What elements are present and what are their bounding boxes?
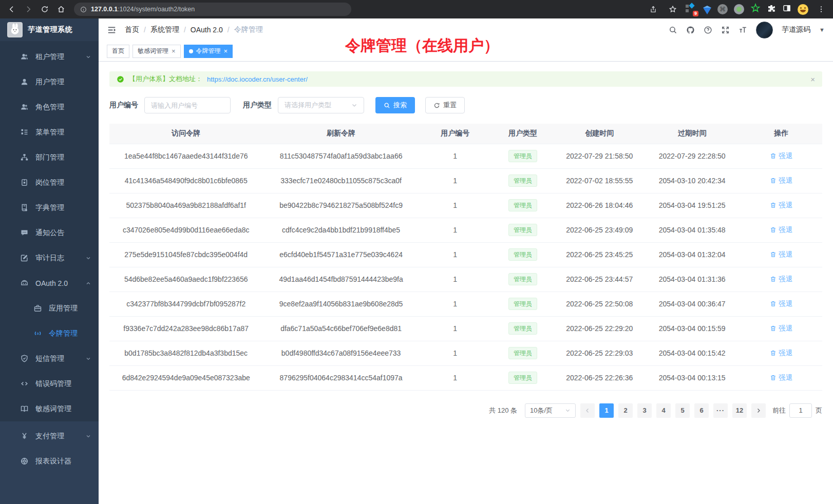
page-button-4[interactable]: 4 [656, 403, 671, 418]
table-row: 54d6be82ee5a460a9aedc1f9bf223656 49d1aa4… [109, 267, 822, 292]
search-icon[interactable] [669, 26, 677, 34]
sidebar-item-notice[interactable]: 通知公告 [0, 220, 99, 245]
page-button-1[interactable]: 1 [599, 403, 614, 418]
force-logout-button[interactable]: 强退 [770, 275, 792, 284]
share-icon[interactable] [647, 3, 660, 16]
force-logout-button[interactable]: 强退 [770, 151, 792, 161]
fullscreen-icon[interactable] [721, 26, 730, 34]
force-logout-button[interactable]: 强退 [770, 299, 792, 308]
reset-button[interactable]: 重置 [425, 97, 465, 113]
font-size-icon[interactable] [739, 26, 747, 34]
breadcrumb-home[interactable]: 首页 [125, 25, 139, 34]
user-avatar[interactable] [756, 22, 773, 38]
tab-home[interactable]: 首页 [107, 45, 129, 58]
sidebar-item-dict[interactable]: 字典管理 [0, 195, 99, 220]
close-icon[interactable]: × [224, 48, 228, 54]
sidebar-item-post[interactable]: 岗位管理 [0, 170, 99, 195]
sidebar-item-user[interactable]: 用户管理 [0, 69, 99, 94]
site-info-icon[interactable] [80, 6, 87, 13]
sidebar-item-token-manage[interactable]: a 令牌管理 [0, 321, 99, 346]
svg-text:a: a [36, 332, 39, 335]
access-token-cell: c347026e805e4d99b0d116eae66eda8c [109, 218, 262, 242]
breadcrumb-system[interactable]: 系统管理 [150, 25, 179, 34]
success-check-icon [117, 75, 124, 83]
sidebar-item-tenant[interactable]: 租户管理 [0, 44, 99, 69]
sidebar-item-report-designer[interactable]: 报表设计器 [0, 449, 99, 474]
page-button-6[interactable]: 6 [694, 403, 709, 418]
force-logout-button[interactable]: 强退 [770, 201, 792, 210]
doc-link[interactable]: https://doc.iocoder.cn/user-center/ [207, 75, 308, 83]
access-token-cell: b0d1785bc3a8482f812db4a3f3bd15ec [109, 341, 262, 365]
sidebar-item-sms[interactable]: 短信管理 [0, 346, 99, 371]
force-logout-button[interactable]: 强退 [770, 225, 792, 235]
force-logout-button[interactable]: 强退 [770, 348, 792, 358]
user-type-cell: 管理员 [491, 242, 555, 267]
browser-forward-icon[interactable] [22, 3, 35, 16]
more-pages-button[interactable]: ··· [713, 403, 728, 418]
sidebar-item-errcode[interactable]: 错误码管理 [0, 371, 99, 396]
sidebar-item-pay[interactable]: 支付管理 [0, 423, 99, 449]
force-logout-button[interactable]: 强退 [770, 324, 792, 333]
goto-page-input[interactable] [789, 403, 812, 418]
prev-page-button[interactable] [580, 403, 595, 418]
caret-down-icon[interactable]: ▼ [819, 27, 825, 33]
command-extension-icon[interactable]: ⌘ [717, 4, 728, 14]
sidepanel-icon[interactable] [782, 4, 791, 15]
token-broadcast-icon: a [33, 329, 42, 338]
search-button[interactable]: 搜索 [375, 97, 415, 113]
refresh-token-cell: 9ce8ef2aa9f14056b831ae9b608e28d5 [262, 292, 419, 316]
col-user-type: 用户类型 [491, 124, 555, 144]
username-label[interactable]: 芋道源码 [782, 25, 810, 34]
record-extension-icon[interactable] [734, 4, 744, 14]
page-button-2[interactable]: 2 [618, 403, 633, 418]
user-type-select[interactable]: 请选择用户类型 [278, 97, 364, 113]
sidebar-item-dept[interactable]: 部门管理 [0, 145, 99, 170]
address-bar[interactable]: 127.0.0.1:1024/system/oauth2/token [74, 3, 351, 16]
sidebar-item-sensitive-word[interactable]: 敏感词管理 [0, 396, 99, 421]
github-icon[interactable] [686, 26, 695, 34]
force-logout-button[interactable]: 强退 [770, 250, 792, 259]
tab-sensitive-word[interactable]: 敏感词管理× [132, 45, 181, 58]
actions-cell: 强退 [740, 316, 822, 341]
expire-time-cell: 2054-03-04 00:15:42 [644, 341, 740, 365]
sidebar-item-role[interactable]: 角色管理 [0, 94, 99, 120]
bookmark-star-icon[interactable] [666, 3, 679, 16]
chrome-menu-icon[interactable] [815, 3, 828, 16]
browser-back-icon[interactable] [5, 3, 18, 16]
sidebar-item-oauth2[interactable]: OAuth 2.0 [0, 270, 99, 296]
close-icon[interactable]: × [172, 48, 176, 54]
puzzle-extension-icon[interactable] [767, 4, 776, 15]
user-id-input[interactable] [144, 97, 231, 113]
next-page-button[interactable] [751, 403, 766, 418]
extension-badge-icon[interactable]: 9 [686, 4, 697, 15]
token-table-body: 1ea5e44f8bc1467aaede43144f31de76 811c530… [109, 144, 822, 390]
sidebar-item-audit-log[interactable]: 审计日志 [0, 245, 99, 270]
refresh-token-cell: 333ecfc71e02480cb11055c875c3ca0f [262, 168, 419, 193]
force-logout-button[interactable]: 强退 [770, 176, 792, 185]
actions-cell: 强退 [740, 242, 822, 267]
gem-extension-icon[interactable] [703, 8, 711, 14]
expire-time-cell: 2022-07-29 22:28:50 [644, 144, 740, 168]
page-button-3[interactable]: 3 [637, 403, 652, 418]
browser-home-icon[interactable] [54, 3, 68, 16]
alert-close-icon[interactable]: × [810, 75, 815, 84]
force-logout-label: 强退 [779, 348, 792, 358]
actions-cell: 强退 [740, 144, 822, 168]
tab-token-manage[interactable]: 令牌管理× [184, 45, 233, 58]
create-time-cell: 2022-07-02 18:55:55 [555, 168, 644, 193]
page-button-5[interactable]: 5 [675, 403, 690, 418]
profile-avatar-icon[interactable] [798, 4, 808, 15]
star-extension-icon[interactable] [750, 3, 761, 15]
page-button-12[interactable]: 12 [732, 403, 747, 418]
hamburger-icon[interactable] [107, 25, 117, 35]
sidebar-item-app-manage[interactable]: 应用管理 [0, 296, 99, 321]
browser-reload-icon[interactable] [38, 3, 51, 16]
page-size-select[interactable]: 10条/页 [525, 403, 576, 418]
sidebar-item-menu[interactable]: 菜单管理 [0, 120, 99, 145]
help-icon[interactable] [704, 26, 712, 34]
actions-cell: 强退 [740, 341, 822, 365]
user-type-tag: 管理员 [508, 347, 537, 359]
force-logout-label: 强退 [779, 225, 792, 235]
breadcrumb-oauth2[interactable]: OAuth 2.0 [191, 26, 223, 34]
force-logout-button[interactable]: 强退 [770, 373, 792, 382]
